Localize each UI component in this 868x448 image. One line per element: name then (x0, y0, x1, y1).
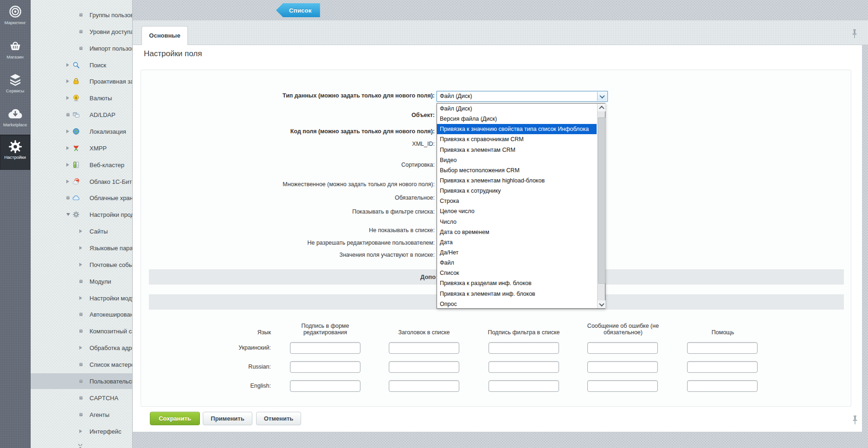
dropdown-option[interactable]: Список (437, 268, 597, 278)
sidebar-item[interactable]: Почтовые события (30, 257, 132, 273)
sidebar-item[interactable]: Уровни доступа (30, 24, 132, 39)
dropdown-option[interactable]: Привязка к сотруднику (437, 186, 597, 196)
sidebar-item[interactable]: Список мастеров (30, 357, 132, 372)
language-caption-input[interactable] (687, 380, 758, 392)
language-caption-input[interactable] (587, 380, 658, 392)
dropdown-option[interactable]: Версия файла (Диск) (437, 114, 597, 124)
save-button[interactable]: Сохранить (150, 412, 200, 425)
sidebar-item[interactable]: Модули (30, 273, 132, 289)
sidebar-item[interactable]: Настройки модулей (30, 290, 132, 306)
sidebar-item[interactable]: XMPP (30, 140, 132, 156)
apply-button[interactable]: Применить (203, 412, 252, 425)
scrollbar-thumb[interactable] (598, 117, 605, 284)
dropdown-scrollbar[interactable] (597, 104, 605, 308)
dropdown-option[interactable]: Да/Нет (437, 247, 597, 258)
dropdown-option[interactable]: Привязка к элементам инф. блоков (437, 289, 597, 299)
languages-column-header: Подпись фильтра в списке (482, 320, 566, 337)
dropdown-option[interactable]: Дата со временем (437, 227, 597, 237)
dropdown-option[interactable]: Целое число (437, 206, 597, 216)
chevron-up-icon[interactable] (598, 104, 605, 111)
cloud-download-icon (7, 107, 23, 122)
rail-item-services[interactable]: Сервисы (0, 71, 30, 104)
sidebar-item[interactable]: Интерфейс (30, 423, 132, 439)
pin-icon[interactable] (851, 29, 858, 41)
sidebar-item[interactable]: AD/LDAP (30, 107, 132, 123)
sidebar-item[interactable]: Настройки продукта (30, 207, 132, 222)
dropdown-option[interactable]: Опрос (437, 299, 597, 309)
language-caption-input[interactable] (290, 361, 360, 373)
sidebar-item[interactable]: Автокеширование (30, 306, 132, 322)
sidebar-item[interactable]: Группы пользователей (30, 7, 132, 23)
sidebar-item[interactable] (30, 439, 132, 448)
rail-item-shop[interactable]: Магазин (0, 37, 30, 71)
dropdown-option[interactable]: Файл (437, 258, 597, 268)
sidebar-item[interactable]: $Валюты (30, 90, 132, 106)
dropdown-option[interactable]: Строка (437, 196, 597, 206)
form-field-label: XML_ID: (149, 140, 435, 148)
sidebar-item[interactable]: Обработка адресов (30, 340, 132, 356)
dropdown-option[interactable]: Дата (437, 237, 597, 247)
language-caption-input[interactable] (587, 342, 658, 354)
sidebar-item[interactable]: Локализация (30, 123, 132, 139)
target-icon (7, 5, 23, 19)
language-caption-input[interactable] (290, 342, 360, 354)
sidebar-item[interactable]: Сайты (30, 223, 132, 239)
sidebar-item[interactable]: CAPTCHA (30, 390, 132, 406)
bullet-marker (66, 196, 70, 200)
data-type-dropdown-list: Файл (Диск)Версия файла (Диск)Привязка к… (437, 103, 605, 309)
rail-item-marketing[interactable]: Маркетинг (0, 3, 30, 36)
rail-item-settings[interactable]: Настройки (0, 135, 30, 170)
dropdown-option[interactable]: Привязка к элементам CRM (437, 145, 597, 155)
basket-icon (7, 39, 23, 54)
sidebar-item-label: AD/LDAP (90, 111, 116, 118)
dropdown-option[interactable]: Привязка к элементам highload-блоков (437, 175, 597, 186)
pin-icon[interactable] (852, 415, 858, 427)
dropdown-option[interactable]: Видео (437, 155, 597, 165)
gear-small-icon (72, 211, 80, 218)
sidebar-item[interactable]: Облако 1С-Битрикс (30, 174, 132, 189)
dropdown-option[interactable]: Файл (Диск) (437, 104, 597, 114)
language-caption-input[interactable] (489, 380, 559, 392)
dropdown-option[interactable]: Привязка к справочникам CRM (437, 134, 597, 144)
chevron-down-icon[interactable] (597, 92, 607, 101)
expand-arrow-icon (66, 146, 69, 150)
sidebar-item[interactable]: Языковые параметры (30, 240, 132, 256)
language-caption-input[interactable] (489, 342, 559, 354)
language-caption-input[interactable] (389, 342, 459, 354)
expand-arrow-icon (66, 130, 69, 133)
language-caption-input[interactable] (489, 361, 559, 373)
sidebar-item-label: Поиск (90, 62, 106, 69)
sidebar-item[interactable]: Веб-кластер (30, 157, 132, 173)
sidebar-item[interactable]: Композитный сайт (30, 323, 132, 339)
form-field-label: Обязательное: (149, 194, 435, 201)
language-caption-input[interactable] (587, 361, 658, 373)
sidebar-item[interactable]: Импорт пользователей (30, 40, 132, 56)
sidebar-item[interactable]: Агенты (30, 407, 132, 422)
dropdown-option[interactable]: Число (437, 217, 597, 227)
back-to-list-button[interactable]: Список (276, 3, 320, 17)
sidebar-item-label: XMPP (90, 145, 107, 152)
sidebar-item-label: Автокеширование (90, 311, 133, 318)
sidebar-item[interactable]: Поиск (30, 57, 132, 73)
rail-item-label: Сервисы (0, 88, 30, 93)
language-caption-input[interactable] (389, 361, 459, 373)
language-caption-input[interactable] (687, 342, 758, 354)
dropdown-option[interactable]: Привязка к разделам инф. блоков (437, 278, 597, 288)
sidebar-item[interactable]: Проактивная защита (30, 73, 132, 89)
sidebar-item[interactable]: Пользовательские поля (30, 373, 132, 389)
form-field-label: Объект: (149, 111, 435, 119)
gear-icon (7, 139, 23, 154)
cancel-button[interactable]: Отменить (256, 412, 301, 425)
settings-sidebar-menu: Список пользователейГруппы пользователей… (30, 0, 133, 448)
tab-osnovnye[interactable]: Основные (141, 26, 188, 45)
data-type-select[interactable]: Файл (Диск) (437, 91, 608, 102)
chevron-down-icon[interactable] (598, 300, 605, 308)
language-caption-input[interactable] (389, 380, 459, 392)
language-caption-input[interactable] (290, 380, 360, 392)
sidebar-item[interactable]: Список пользователей (30, 0, 132, 6)
dropdown-option[interactable]: Привязка к значению свойства типа список… (437, 124, 597, 134)
dropdown-option[interactable]: Выбор местоположения CRM (437, 165, 597, 175)
sidebar-item[interactable]: Облачные хранилища (30, 190, 132, 206)
language-caption-input[interactable] (687, 361, 758, 373)
rail-item-marketplace[interactable]: Marketplace (0, 105, 30, 138)
